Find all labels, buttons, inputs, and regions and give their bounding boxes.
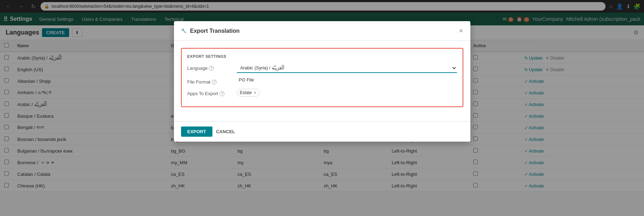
modal-body: EXPORT SETTINGS Language ? Arabic (Syria…	[174, 41, 470, 121]
modal-header: 🔧 Export Translation ×	[174, 21, 470, 41]
apps-help-icon[interactable]: ?	[219, 91, 224, 96]
apps-tags-container[interactable]: Estate ×	[237, 89, 457, 97]
file-format-text: PO File	[237, 76, 256, 84]
apps-to-export-label: Apps To Export ?	[187, 89, 233, 96]
language-select-container[interactable]: Arabic (Syria) / اَلْعَرَبِيَّة	[237, 63, 457, 73]
modal-overlay[interactable]: 🔧 Export Translation × EXPORT SETTINGS L…	[0, 0, 644, 216]
modal-footer: EXPORT CANCEL	[174, 121, 470, 142]
section-label: EXPORT SETTINGS	[187, 54, 457, 58]
language-select[interactable]: Arabic (Syria) / اَلْعَرَبِيَّة	[237, 63, 457, 73]
file-format-label: File Format ?	[187, 77, 233, 85]
estate-tag-remove[interactable]: ×	[254, 90, 257, 95]
cancel-button[interactable]: CANCEL	[216, 129, 235, 134]
apps-to-export-row: Apps To Export ? Estate ×	[187, 89, 457, 97]
language-label: Language ?	[187, 63, 233, 71]
file-format-help-icon[interactable]: ?	[212, 80, 217, 85]
modal-close-button[interactable]: ×	[459, 27, 463, 35]
export-translation-modal: 🔧 Export Translation × EXPORT SETTINGS L…	[174, 21, 470, 142]
modal-title: Export Translation	[190, 28, 456, 34]
language-row: Language ? Arabic (Syria) / اَلْعَرَبِيَ…	[187, 63, 457, 73]
file-format-row: File Format ? PO File	[187, 77, 457, 85]
language-help-icon[interactable]: ?	[209, 66, 214, 71]
export-button[interactable]: EXPORT	[181, 126, 212, 137]
modal-icon: 🔧	[181, 28, 187, 33]
estate-tag-label: Estate	[240, 90, 252, 95]
export-settings-box: EXPORT SETTINGS Language ? Arabic (Syria…	[181, 48, 463, 107]
estate-tag: Estate ×	[237, 89, 260, 97]
file-format-value: PO File	[237, 77, 457, 82]
